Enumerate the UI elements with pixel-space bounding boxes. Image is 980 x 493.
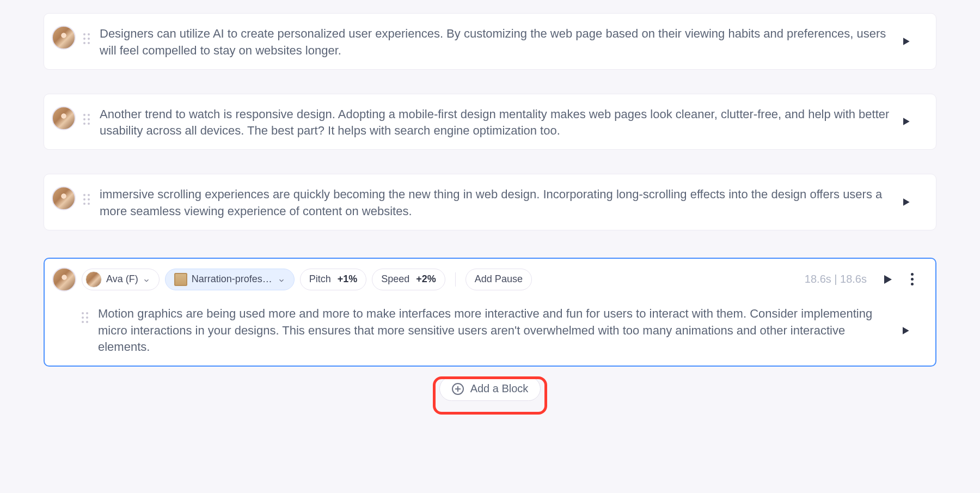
- play-button[interactable]: [901, 116, 911, 127]
- speed-label: Speed: [381, 273, 409, 285]
- text-block[interactable]: immersive scrolling experiences are quic…: [44, 174, 936, 230]
- text-block-selected[interactable]: Ava (F) Narration-professio… Pitch +1% S…: [44, 258, 936, 367]
- add-block-label: Add a Block: [470, 382, 529, 395]
- text-block[interactable]: Designers can utilize AI to create perso…: [44, 13, 936, 70]
- timing-display: 18.6s | 18.6s: [805, 273, 867, 285]
- plus-circle-icon: [452, 383, 464, 395]
- avatar: [85, 271, 102, 288]
- voice-label: Ava (F): [106, 273, 138, 285]
- speed-control[interactable]: Speed +2%: [372, 269, 445, 290]
- scroll-icon: [174, 273, 187, 286]
- separator: [455, 272, 456, 287]
- drag-handle-icon[interactable]: [83, 194, 90, 205]
- pitch-label: Pitch: [309, 273, 331, 285]
- play-button[interactable]: [901, 197, 911, 208]
- avatar: [52, 106, 76, 130]
- voice-selector[interactable]: Ava (F): [82, 269, 160, 290]
- avatar: [52, 186, 76, 210]
- pitch-value: +1%: [338, 273, 358, 285]
- play-button[interactable]: [901, 36, 911, 47]
- text-block[interactable]: Another trend to watch is responsive des…: [44, 94, 936, 150]
- pitch-control[interactable]: Pitch +1%: [300, 269, 367, 290]
- drag-handle-icon[interactable]: [83, 33, 90, 44]
- block-text[interactable]: Another trend to watch is responsive des…: [100, 104, 892, 140]
- avatar: [52, 26, 76, 50]
- chevron-down-icon: [278, 276, 285, 283]
- block-text[interactable]: Motion graphics are being used more and …: [98, 306, 892, 356]
- block-text[interactable]: Designers can utilize AI to create perso…: [100, 23, 892, 59]
- drag-handle-icon[interactable]: [83, 114, 90, 125]
- play-button[interactable]: [881, 273, 894, 286]
- add-pause-button[interactable]: Add Pause: [465, 269, 532, 290]
- avatar: [52, 267, 76, 291]
- style-label: Narration-professio…: [192, 273, 273, 285]
- block-text[interactable]: immersive scrolling experiences are quic…: [100, 184, 892, 220]
- speed-value: +2%: [416, 273, 436, 285]
- add-block-button[interactable]: Add a Block: [439, 376, 541, 401]
- drag-handle-icon[interactable]: [82, 312, 88, 323]
- more-menu-button[interactable]: [905, 271, 919, 288]
- chevron-down-icon: [143, 276, 150, 283]
- style-selector[interactable]: Narration-professio…: [165, 269, 295, 290]
- play-button[interactable]: [900, 325, 911, 336]
